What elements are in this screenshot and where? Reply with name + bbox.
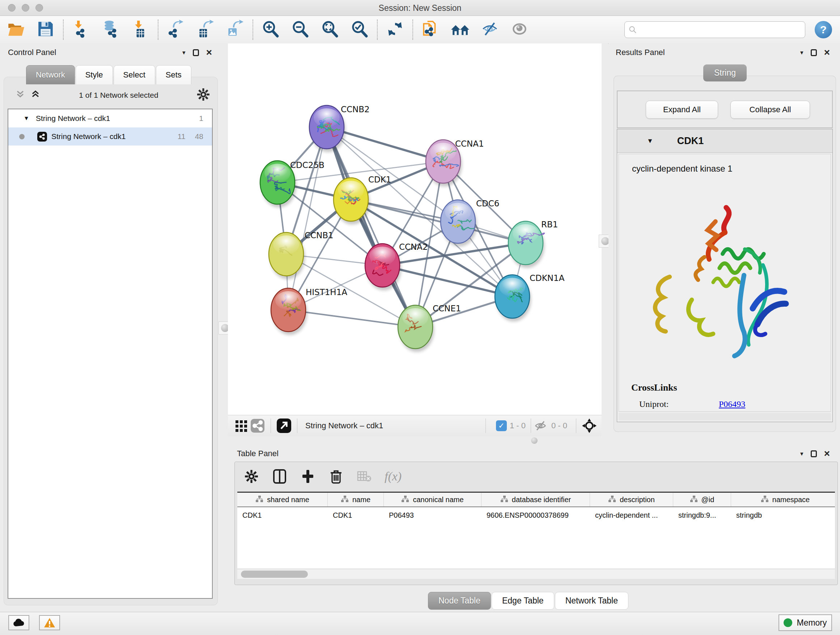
edge-CDK1-RB1[interactable] (351, 200, 526, 243)
hide-selected-button[interactable] (478, 19, 501, 40)
table-cell[interactable]: CDK1 (328, 507, 384, 523)
node-CCNB1[interactable] (269, 233, 305, 279)
table-cell[interactable]: stringdb (731, 507, 835, 523)
table-cell[interactable]: P06493 (384, 507, 482, 523)
show-columns-icon[interactable] (272, 469, 287, 485)
horizontal-splitter-handle[interactable] (531, 437, 538, 444)
export-image-button[interactable] (224, 19, 247, 40)
scrollbar-thumb[interactable] (241, 570, 308, 578)
right-splitter[interactable] (602, 43, 608, 436)
table-options-gear-icon[interactable] (243, 469, 259, 485)
panel-float-icon[interactable] (193, 49, 199, 56)
collection-expand-icon[interactable]: ▼ (24, 115, 31, 122)
network-canvas[interactable]: CCNB2CCNA1CDC25BCDK1CDC6RB1CCNB1CCNA2CDK… (228, 43, 602, 415)
results-close-icon[interactable]: × (824, 49, 830, 56)
table-cell[interactable]: stringdb:9... (673, 507, 731, 523)
column-header-name[interactable]: name (328, 493, 384, 507)
table-cell[interactable]: 9606.ENSP00000378699 (482, 507, 590, 523)
collapse-all-networks-icon[interactable] (15, 89, 25, 101)
tab-edge-table[interactable]: Edge Table (492, 592, 554, 610)
column-header-shared-name[interactable]: shared name (237, 493, 328, 507)
selected-nodes-checkbox[interactable]: ✓ (496, 420, 507, 431)
left-splitter[interactable] (221, 43, 228, 612)
birds-eye-view-icon[interactable] (276, 418, 292, 434)
table-collapse-icon[interactable]: ▾ (800, 450, 804, 458)
table-horizontal-scrollbar[interactable] (237, 570, 835, 579)
column-header-canonical-name[interactable]: canonical name (384, 493, 482, 507)
tab-select[interactable]: Select (114, 65, 155, 84)
panel-close-icon[interactable]: × (206, 49, 212, 56)
search-input[interactable] (640, 25, 801, 35)
tab-sets[interactable]: Sets (156, 65, 191, 84)
network-row-selected[interactable]: String Network – cdk1 11 48 (8, 127, 212, 146)
column-header--id[interactable]: @id (673, 493, 731, 507)
open-session-button[interactable] (4, 19, 27, 40)
refresh-button[interactable] (384, 19, 407, 40)
edge-CCNB2-CCNE1[interactable] (327, 127, 415, 327)
function-builder-icon[interactable]: f(x) (385, 470, 401, 483)
node-CDC6[interactable] (441, 200, 477, 247)
expand-all-networks-icon[interactable] (30, 89, 41, 101)
node-table[interactable]: shared namenamecanonical namedatabase id… (237, 492, 835, 568)
zoom-selected-button[interactable] (348, 19, 371, 40)
export-table-button[interactable] (194, 19, 217, 40)
node-CDKN1A[interactable] (495, 275, 531, 321)
table-float-icon[interactable] (811, 450, 817, 457)
table-close-icon[interactable]: × (824, 450, 830, 457)
network-options-gear-icon[interactable] (197, 88, 210, 103)
edge-CCNB2-HIST1H1A[interactable] (288, 127, 327, 310)
delete-table-icon[interactable] (356, 469, 372, 485)
warnings-button[interactable] (39, 615, 60, 630)
tab-network[interactable]: Network (26, 65, 75, 84)
zoom-in-button[interactable] (259, 19, 282, 40)
node-HIST1H1A[interactable] (271, 288, 307, 335)
node-RB1[interactable] (508, 221, 545, 268)
table-cell[interactable]: CDK1 (237, 507, 328, 523)
search-icon (628, 25, 637, 34)
results-float-icon[interactable] (811, 49, 817, 56)
fit-selected-crosshair-icon[interactable] (581, 418, 597, 434)
import-network-from-file-button[interactable] (69, 19, 93, 40)
show-all-button[interactable] (508, 19, 531, 40)
import-table-from-file-button[interactable] (129, 19, 152, 40)
horizontal-splitter[interactable] (228, 436, 840, 445)
tab-style[interactable]: Style (76, 65, 113, 84)
tab-node-table[interactable]: Node Table (428, 592, 491, 610)
first-neighbors-button[interactable] (448, 19, 472, 40)
node-CDK1[interactable] (333, 178, 370, 225)
network-collection-row[interactable]: ▼ String Network – cdk1 1 (8, 109, 212, 127)
zoom-out-button[interactable] (289, 19, 312, 40)
column-header-description[interactable]: description (590, 493, 673, 507)
create-column-plus-icon[interactable] (300, 469, 316, 485)
entry-collapse-icon[interactable]: ▼ (647, 137, 653, 145)
panel-collapse-icon[interactable]: ▾ (182, 49, 186, 57)
import-network-from-database-button[interactable] (99, 19, 122, 40)
node-CCNB2[interactable] (309, 105, 346, 152)
search-box[interactable] (624, 21, 805, 38)
export-network-button[interactable] (164, 19, 187, 40)
string-results-tab[interactable]: String (703, 65, 747, 81)
help-button[interactable]: ? (815, 21, 832, 38)
zoom-fit-button[interactable] (318, 19, 341, 40)
save-session-button[interactable] (34, 19, 57, 40)
table-cell[interactable]: cyclin-dependent ... (590, 507, 673, 523)
memory-button[interactable]: Memory (778, 614, 832, 631)
cloud-button[interactable] (8, 615, 29, 630)
collapse-all-button[interactable]: Collapse All (730, 101, 810, 119)
column-header-namespace[interactable]: namespace (731, 493, 835, 507)
tab-network-table[interactable]: Network Table (555, 592, 628, 610)
edge-CCNE1-HIST1H1A[interactable] (288, 310, 415, 327)
cdk1-entry-header[interactable]: ▼ CDK1 (617, 129, 832, 153)
results-collapse-icon[interactable]: ▾ (800, 49, 804, 57)
node-CCNA2[interactable] (365, 244, 401, 290)
node-CCNE1[interactable] (398, 305, 434, 352)
grid-view-icon[interactable] (234, 418, 249, 434)
network-share-icon[interactable] (249, 418, 265, 434)
clone-network-button[interactable] (419, 19, 442, 40)
table-row[interactable]: CDK1CDK1P064939606.ENSP00000378699cyclin… (237, 507, 835, 523)
column-header-database-identifier[interactable]: database identifier (482, 493, 590, 507)
hidden-elements-eye-slash-icon[interactable] (532, 418, 548, 434)
crosslink-link[interactable]: P06493 (719, 399, 745, 409)
expand-all-button[interactable]: Expand All (646, 101, 718, 119)
delete-column-trash-icon[interactable] (328, 469, 344, 485)
